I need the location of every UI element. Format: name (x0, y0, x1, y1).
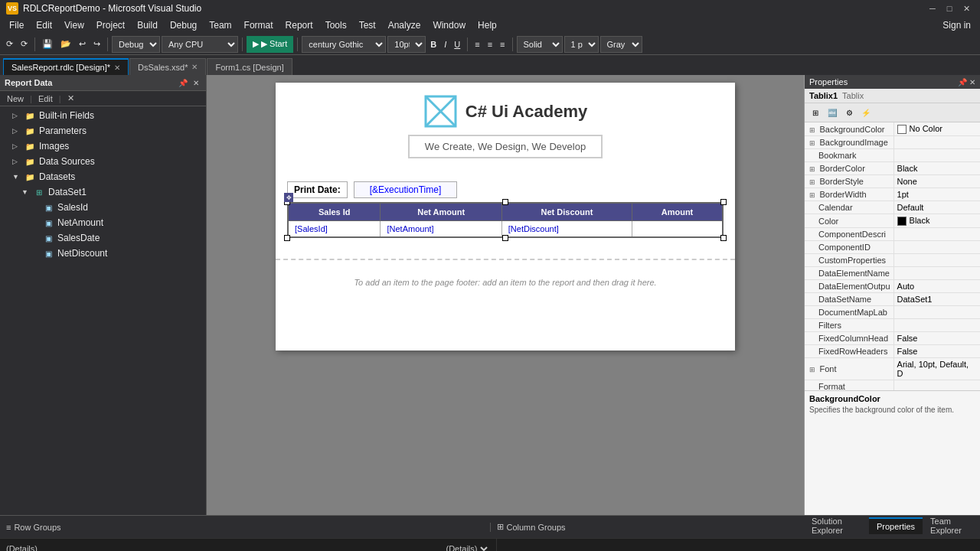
table-wrapper[interactable]: ✥ Sales Id Net Amount Net Discount Amoun… (287, 202, 724, 238)
line-width-select[interactable]: 1 pt (564, 36, 599, 53)
window-controls[interactable]: ─ □ ✕ (925, 3, 974, 14)
tree-item-dataset1[interactable]: ▼ ⊞ DataSet1 (0, 184, 206, 200)
platform-select[interactable]: Any CPU (162, 36, 238, 53)
sidebar-edit-btn[interactable]: Edit (34, 93, 57, 104)
props-scroll-area[interactable]: ⊞ BackgroundColorNo Color⊞ BackgroundIma… (805, 122, 980, 390)
tree-item-datasets[interactable]: ▼ 📁 Datasets (0, 169, 206, 184)
props-close-btn[interactable]: ✕ (969, 78, 975, 86)
prop-value-cell[interactable] (893, 136, 980, 149)
maximize-btn[interactable]: □ (942, 3, 957, 14)
expand-icon[interactable]: ⊞ (809, 126, 818, 134)
prop-value-cell[interactable] (893, 306, 980, 319)
menu-window[interactable]: Window (426, 17, 472, 34)
menu-tools[interactable]: Tools (319, 17, 353, 34)
design-area[interactable]: C# Ui Academy We Create, We Design, We D… (207, 75, 804, 515)
prop-value-cell[interactable]: Auto (893, 280, 980, 293)
toolbar-redo-btn[interactable]: ↪ (90, 36, 103, 53)
prop-value-cell[interactable]: False (893, 332, 980, 345)
prop-value-cell[interactable]: Default (893, 201, 980, 214)
properties-tab[interactable]: Properties (869, 517, 923, 534)
expand-icon[interactable]: ⊞ (809, 139, 818, 147)
prop-value-cell[interactable]: None (893, 175, 980, 188)
expand-icon[interactable]: ⊞ (809, 178, 818, 186)
menu-edit[interactable]: Edit (30, 17, 58, 34)
menu-test[interactable]: Test (353, 17, 382, 34)
prop-value-cell[interactable]: 1pt (893, 188, 980, 201)
menu-team[interactable]: Team (203, 17, 237, 34)
prop-value-cell[interactable]: False (893, 345, 980, 358)
tree-item-built-in-fields[interactable]: ▷ 📁 Built-in Fields (0, 108, 206, 123)
expand-icon[interactable]: ⊞ (809, 191, 818, 199)
line-color-select[interactable]: Gray (600, 36, 642, 53)
sel-handle-br[interactable] (720, 235, 727, 241)
groups-detail-dropdown[interactable]: (Details) (443, 543, 490, 552)
sidebar-new-btn[interactable]: New (3, 93, 28, 104)
menu-file[interactable]: File (3, 17, 30, 34)
menu-analyze[interactable]: Analyze (382, 17, 427, 34)
bold-btn[interactable]: B (427, 36, 439, 53)
prop-value-cell[interactable] (893, 267, 980, 280)
toolbar-back-btn[interactable]: ⟳ (3, 36, 16, 53)
prop-value-cell[interactable]: Arial, 10pt, Default, D (893, 358, 980, 380)
menu-view[interactable]: View (58, 17, 90, 34)
expand-icon[interactable]: ⊞ (809, 165, 818, 173)
solution-explorer-tab[interactable]: Solution Explorer (804, 517, 869, 534)
tree-item-parameters[interactable]: ▷ 📁 Parameters (0, 123, 206, 139)
tree-item-netdiscount[interactable]: ▣ NetDiscount (0, 246, 206, 261)
move-handle[interactable]: ✥ (284, 193, 293, 202)
underline-btn[interactable]: U (451, 36, 463, 53)
prop-value-cell[interactable]: No Color (893, 122, 980, 136)
prop-value-cell[interactable]: Black (893, 162, 980, 175)
minimize-btn[interactable]: ─ (925, 3, 940, 14)
prop-value-cell[interactable] (893, 254, 980, 267)
start-btn[interactable]: ▶ ▶ Start (247, 36, 293, 53)
font-size-select[interactable]: 10pt (387, 36, 426, 53)
tree-item-salesid[interactable]: ▣ SalesId (0, 200, 206, 215)
tab-dssales[interactable]: DsSales.xsd* ✕ (129, 58, 206, 75)
toolbar-open-btn[interactable]: 📂 (57, 36, 74, 53)
menu-build[interactable]: Build (131, 17, 164, 34)
toolbar-undo-btn[interactable]: ↩ (76, 36, 89, 53)
tree-item-netamount[interactable]: ▣ NetAmount (0, 215, 206, 230)
italic-btn[interactable]: I (441, 36, 449, 53)
sidebar-close-btn[interactable]: ✕ (191, 77, 201, 88)
tree-item-data-sources[interactable]: ▷ 📁 Data Sources (0, 154, 206, 169)
props-events-btn[interactable]: ⚡ (858, 105, 874, 120)
tab-form1[interactable]: Form1.cs [Design] (207, 58, 292, 75)
sel-handle-tm[interactable] (502, 199, 508, 205)
debug-config-select[interactable]: Debug (112, 36, 160, 53)
menu-report[interactable]: Report (279, 17, 319, 34)
prop-value-cell[interactable] (893, 319, 980, 332)
tree-item-salesdate[interactable]: ▣ SalesDate (0, 230, 206, 246)
toolbar-save-btn[interactable]: 💾 (39, 36, 56, 53)
prop-value-cell[interactable]: DataSet1 (893, 293, 980, 306)
prop-value-cell[interactable] (893, 380, 980, 390)
prop-value-cell[interactable] (893, 241, 980, 254)
expand-icon[interactable]: ⊞ (809, 366, 818, 373)
font-select[interactable]: century Gothic (302, 36, 386, 53)
props-properties-btn[interactable]: ⚙ (841, 105, 857, 120)
sel-handle-tr[interactable] (720, 199, 727, 205)
align-right-btn[interactable]: ≡ (497, 36, 508, 53)
menu-debug[interactable]: Debug (164, 17, 203, 34)
tab-salesreport[interactable]: SalesReport.rdlc [Design]* ✕ (3, 58, 129, 75)
menu-format[interactable]: Format (238, 17, 279, 34)
align-center-btn[interactable]: ≡ (485, 36, 495, 53)
close-btn[interactable]: ✕ (959, 3, 974, 14)
prop-value-cell[interactable] (893, 228, 980, 241)
team-explorer-tab[interactable]: Team Explorer (923, 517, 980, 534)
props-categorized-btn[interactable]: ⊞ (808, 105, 823, 120)
tab-dssales-close[interactable]: ✕ (191, 63, 198, 71)
props-alphabetical-btn[interactable]: 🔤 (825, 105, 840, 120)
tab-salesreport-close[interactable]: ✕ (114, 64, 120, 72)
align-left-btn[interactable]: ≡ (472, 36, 482, 53)
sidebar-pin-btn[interactable]: 📌 (178, 77, 188, 88)
props-pin-btn[interactable]: 📌 (958, 78, 967, 86)
menu-project[interactable]: Project (90, 17, 131, 34)
sidebar-delete-btn[interactable]: ✕ (64, 93, 78, 104)
prop-value-cell[interactable]: Black (893, 214, 980, 228)
sel-handle-bm[interactable] (502, 235, 508, 241)
toolbar-forward-btn[interactable]: ⟳ (18, 36, 31, 53)
sign-in-btn[interactable]: Sign in (936, 17, 977, 34)
line-style-select[interactable]: Solid (517, 36, 563, 53)
